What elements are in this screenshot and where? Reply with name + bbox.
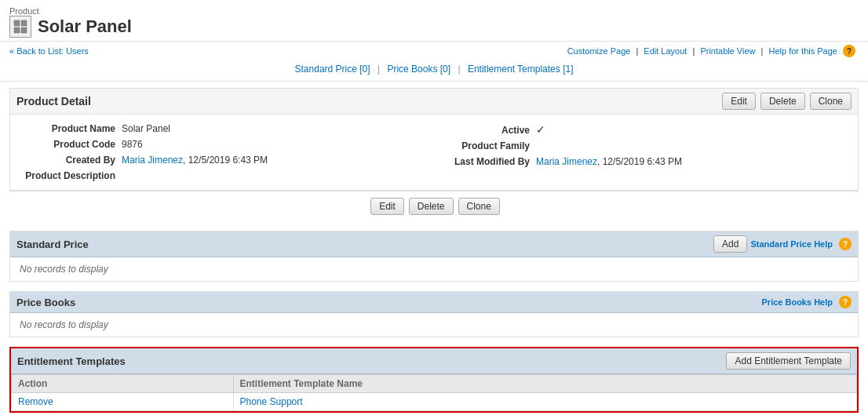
product-family-row: Product Family	[434, 138, 848, 154]
price-books-panel: Price Books Price Books Help ? No record…	[9, 291, 859, 337]
entitlement-templates-panel: Entitlement Templates Add Entitlement Te…	[9, 347, 859, 413]
back-link[interactable]: « Back to List: Users	[9, 46, 89, 56]
last-modified-link[interactable]: Maria Jimenez	[536, 156, 597, 167]
last-modified-label: Last Modified By	[434, 156, 536, 167]
standard-price-header-right: Add Standard Price Help ?	[711, 235, 852, 253]
detail-title: Product Detail	[16, 95, 91, 107]
detail-buttons-bottom: Edit Delete Clone	[9, 191, 859, 221]
entitlement-templates-header: Entitlement Templates Add Entitlement Te…	[11, 348, 857, 374]
product-name-label: Product Name	[20, 123, 122, 134]
price-books-header-right: Price Books Help ?	[762, 296, 852, 308]
price-books-no-records: No records to display	[20, 319, 108, 330]
customize-page-link[interactable]: Customize Page	[567, 46, 631, 56]
delete-button-bottom[interactable]: Delete	[409, 198, 454, 215]
clone-button-bottom[interactable]: Clone	[458, 198, 500, 215]
standard-price-add-button[interactable]: Add	[713, 235, 747, 253]
printable-view-link[interactable]: Printable View	[700, 46, 755, 56]
active-label: Active	[434, 125, 536, 136]
product-code-label: Product Code	[20, 139, 122, 150]
created-by-label: Created By	[20, 155, 122, 166]
last-modified-row: Last Modified By Maria Jimenez, 12/5/201…	[434, 154, 848, 169]
action-cell: Remove	[12, 393, 234, 411]
svg-rect-2	[14, 27, 20, 33]
product-name-value: Solar Panel	[122, 123, 170, 134]
nav-standard-price[interactable]: Standard Price [0]	[295, 64, 370, 75]
detail-right-col: Active ✓ Product Family Last Modified By…	[434, 121, 848, 184]
standard-price-help-link[interactable]: Standard Price Help	[750, 239, 833, 249]
price-books-header: Price Books Price Books Help ?	[10, 292, 858, 313]
standard-price-help-icon[interactable]: ?	[839, 238, 852, 250]
edit-button-bottom[interactable]: Edit	[370, 198, 404, 215]
standard-price-title: Standard Price	[16, 239, 89, 250]
price-books-help-link[interactable]: Price Books Help	[762, 297, 833, 307]
product-family-label: Product Family	[434, 140, 536, 151]
entitlement-templates-body: Action Entitlement Template Name Remove …	[11, 374, 857, 411]
entitlement-templates-table: Action Entitlement Template Name Remove …	[11, 374, 857, 411]
product-name-row: Product Name Solar Panel	[20, 121, 434, 137]
product-icon-svg	[13, 19, 28, 35]
edit-button-top[interactable]: Edit	[722, 93, 756, 110]
product-desc-label: Product Description	[20, 170, 122, 181]
detail-grid: Product Name Solar Panel Product Code 98…	[20, 121, 848, 184]
top-links: Customize Page | Edit Layout | Printable…	[567, 45, 859, 57]
nav-price-books[interactable]: Price Books [0]	[387, 64, 450, 75]
price-books-body: No records to display	[10, 313, 858, 337]
name-cell: Phone Support	[233, 393, 857, 411]
page-header: Product Solar Panel	[0, 0, 868, 42]
price-books-title: Price Books	[16, 297, 75, 308]
remove-link[interactable]: Remove	[18, 396, 53, 407]
last-modified-date: , 12/5/2019 6:43 PM	[597, 156, 682, 167]
detail-body: Product Name Solar Panel Product Code 98…	[9, 114, 859, 191]
svg-rect-3	[21, 27, 27, 33]
active-value: ✓	[536, 123, 545, 136]
help-icon[interactable]: ?	[843, 45, 855, 57]
price-books-help-icon[interactable]: ?	[839, 296, 852, 308]
product-title: Solar Panel	[9, 16, 859, 38]
section-nav: Standard Price [0] | Price Books [0] | E…	[0, 60, 868, 82]
created-by-link[interactable]: Maria Jimenez	[122, 155, 183, 166]
standard-price-body: No records to display	[10, 257, 858, 281]
created-by-row: Created By Maria Jimenez, 12/5/2019 6:43…	[20, 152, 434, 168]
detail-header: Product Detail Edit Delete Clone	[9, 88, 859, 114]
created-by-date: , 12/5/2019 6:43 PM	[183, 155, 268, 166]
table-header-row: Action Entitlement Template Name	[12, 375, 857, 393]
delete-button-top[interactable]: Delete	[760, 93, 805, 110]
product-icon	[9, 16, 31, 38]
nav-entitlement-templates[interactable]: Entitlement Templates [1]	[468, 64, 574, 75]
main-content: Product Detail Edit Delete Clone Product…	[0, 82, 868, 419]
edit-layout-link[interactable]: Edit Layout	[644, 46, 687, 56]
active-row: Active ✓	[434, 121, 848, 138]
product-name-title: Solar Panel	[38, 16, 132, 37]
top-nav: « Back to List: Users Customize Page | E…	[0, 42, 868, 60]
detail-left-col: Product Name Solar Panel Product Code 98…	[20, 121, 434, 184]
product-code-row: Product Code 9876	[20, 137, 434, 152]
entitlement-templates-title: Entitlement Templates	[17, 355, 126, 367]
clone-button-top[interactable]: Clone	[810, 93, 852, 110]
detail-buttons-top: Edit Delete Clone	[720, 93, 852, 110]
product-label: Product	[9, 6, 859, 16]
svg-rect-0	[14, 20, 20, 26]
col-name: Entitlement Template Name	[233, 375, 857, 393]
standard-price-header: Standard Price Add Standard Price Help ?	[10, 231, 858, 257]
entitlement-template-link[interactable]: Phone Support	[240, 396, 303, 407]
standard-price-no-records: No records to display	[20, 264, 108, 275]
product-code-value: 9876	[122, 139, 143, 150]
col-action: Action	[12, 375, 234, 393]
created-by-value: Maria Jimenez, 12/5/2019 6:43 PM	[122, 155, 268, 166]
help-link[interactable]: Help for this Page	[769, 46, 837, 56]
table-row: Remove Phone Support	[12, 393, 857, 411]
svg-rect-1	[21, 20, 27, 26]
product-desc-row: Product Description	[20, 168, 434, 184]
standard-price-panel: Standard Price Add Standard Price Help ?…	[9, 231, 859, 282]
add-entitlement-template-button[interactable]: Add Entitlement Template	[726, 352, 851, 370]
product-detail-section: Product Detail Edit Delete Clone Product…	[9, 88, 859, 221]
last-modified-value: Maria Jimenez, 12/5/2019 6:43 PM	[536, 156, 682, 167]
